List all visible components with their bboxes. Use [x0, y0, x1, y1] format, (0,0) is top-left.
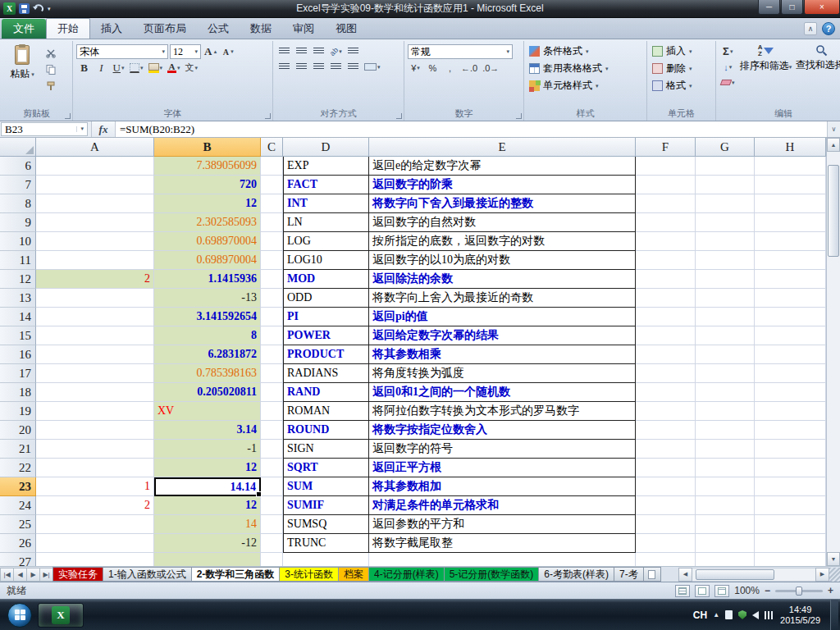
cell-G22[interactable]	[696, 459, 755, 477]
cell-D7[interactable]: FACT	[283, 176, 369, 194]
row-header-19[interactable]: 19	[0, 402, 36, 421]
cell-D19[interactable]: ROMAN	[283, 402, 369, 421]
taskbar-excel-button[interactable]: X	[38, 603, 84, 628]
cell-H12[interactable]	[755, 270, 826, 289]
sort-filter-button[interactable]: AZ 排序和筛选▾	[740, 43, 792, 108]
cell-F19[interactable]	[636, 402, 696, 421]
cell-H24[interactable]	[755, 496, 826, 515]
cell-A6[interactable]	[36, 157, 154, 176]
sheet-tab-实验任务[interactable]: 实验任务	[52, 567, 103, 582]
cell-A16[interactable]	[36, 345, 154, 364]
sheet-tab-6-考勤表(样表)[interactable]: 6-考勤表(样表)	[538, 567, 614, 582]
cell-C22[interactable]	[261, 459, 283, 477]
cell-E14[interactable]: 返回pi的值	[369, 308, 636, 326]
row-header-15[interactable]: 15	[0, 326, 36, 345]
show-desktop-button[interactable]	[830, 600, 838, 630]
row-header-10[interactable]: 10	[0, 232, 36, 251]
row-header-14[interactable]: 14	[0, 308, 36, 326]
cell-F13[interactable]	[636, 289, 696, 308]
cell-B18[interactable]: 0.205020811	[154, 383, 261, 402]
cell-G20[interactable]	[696, 421, 755, 440]
cell-G10[interactable]	[696, 232, 755, 251]
cell-F21[interactable]	[636, 440, 696, 459]
cell-F12[interactable]	[636, 270, 696, 289]
cell-B9[interactable]: 2.302585093	[154, 213, 261, 232]
cell-G23[interactable]	[696, 477, 755, 496]
column-header-B[interactable]: B	[154, 138, 261, 157]
cell-E18[interactable]: 返回0和1之间的一个随机数	[369, 383, 636, 402]
cell-H23[interactable]	[755, 477, 826, 496]
cell-D18[interactable]: RAND	[283, 383, 369, 402]
cell-G18[interactable]	[696, 383, 755, 402]
tray-document-icon[interactable]	[725, 610, 733, 619]
sheet-tab-4-记分册(样表)[interactable]: 4-记分册(样表)	[368, 567, 445, 582]
cell-B21[interactable]: -1	[154, 440, 261, 459]
horizontal-scroll-track[interactable]	[692, 568, 815, 582]
cell-F16[interactable]	[636, 345, 696, 364]
cell-B10[interactable]: 0.698970004	[154, 232, 261, 251]
ribbon-tab-开始[interactable]: 开始	[46, 18, 90, 39]
font-color-button[interactable]: A▾	[166, 61, 182, 75]
cell-F20[interactable]	[636, 421, 696, 440]
cell-D14[interactable]: PI	[283, 308, 369, 326]
cell-H22[interactable]	[755, 459, 826, 477]
cell-F14[interactable]	[636, 308, 696, 326]
row-header-13[interactable]: 13	[0, 289, 36, 308]
cell-F27[interactable]	[636, 553, 696, 566]
help-icon[interactable]: ?	[822, 22, 835, 35]
increase-indent-button[interactable]	[345, 60, 361, 74]
cell-E7[interactable]: 返回数字的阶乘	[369, 176, 636, 194]
cell-C10[interactable]	[261, 232, 283, 251]
cell-D15[interactable]: POWER	[283, 326, 369, 345]
fill-color-button[interactable]: ▾	[147, 61, 165, 75]
cell-C20[interactable]	[261, 421, 283, 440]
clipboard-dialog-launcher[interactable]	[65, 113, 71, 119]
zoom-out-button[interactable]: −	[765, 585, 770, 596]
decrease-indent-button[interactable]	[328, 60, 344, 74]
cell-D8[interactable]: INT	[283, 194, 369, 213]
cell-F17[interactable]	[636, 364, 696, 383]
cell-E16[interactable]: 将其参数相乘	[369, 345, 636, 364]
row-header-9[interactable]: 9	[0, 213, 36, 232]
align-right-button[interactable]	[311, 60, 326, 74]
cell-G12[interactable]	[696, 270, 755, 289]
cell-D11[interactable]: LOG10	[283, 251, 369, 270]
cell-B25[interactable]: 14	[154, 515, 261, 534]
cell-G17[interactable]	[696, 364, 755, 383]
cell-E12[interactable]: 返回除法的余数	[369, 270, 636, 289]
taskbar-clock[interactable]: 14:49 2015/5/29	[780, 605, 820, 626]
cell-C17[interactable]	[261, 364, 283, 383]
row-header-20[interactable]: 20	[0, 421, 36, 440]
cell-G19[interactable]	[696, 402, 755, 421]
cell-F11[interactable]	[636, 251, 696, 270]
undo-icon[interactable]	[33, 3, 44, 14]
cell-C12[interactable]	[261, 270, 283, 289]
cell-E9[interactable]: 返回数字的自然对数	[369, 213, 636, 232]
cell-H8[interactable]	[755, 194, 826, 213]
column-header-C[interactable]: C	[261, 138, 283, 157]
cell-A27[interactable]	[36, 553, 154, 566]
cell-H16[interactable]	[755, 345, 826, 364]
cell-G26[interactable]	[696, 534, 755, 553]
cell-A19[interactable]	[36, 402, 154, 421]
cell-E6[interactable]: 返回e的给定数字次幂	[369, 157, 636, 176]
cell-G6[interactable]	[696, 157, 755, 176]
align-bottom-button[interactable]	[311, 44, 326, 58]
cell-F22[interactable]	[636, 459, 696, 477]
cell-C18[interactable]	[261, 383, 283, 402]
cell-F6[interactable]	[636, 157, 696, 176]
cell-D16[interactable]: PRODUCT	[283, 345, 369, 364]
network-icon[interactable]	[765, 611, 774, 619]
accounting-format-button[interactable]: ¥▾	[408, 61, 423, 75]
tab-split-handle[interactable]	[829, 568, 840, 582]
cell-B24[interactable]: 12	[154, 496, 261, 515]
bold-button[interactable]: B	[76, 61, 92, 75]
cell-F8[interactable]	[636, 194, 696, 213]
cell-H11[interactable]	[755, 251, 826, 270]
column-header-F[interactable]: F	[636, 138, 696, 157]
cell-C16[interactable]	[261, 345, 283, 364]
ribbon-tab-审阅[interactable]: 审阅	[282, 19, 325, 39]
ribbon-tab-视图[interactable]: 视图	[325, 19, 368, 39]
ribbon-tab-公式[interactable]: 公式	[197, 19, 240, 39]
ribbon-tab-插入[interactable]: 插入	[90, 19, 133, 39]
